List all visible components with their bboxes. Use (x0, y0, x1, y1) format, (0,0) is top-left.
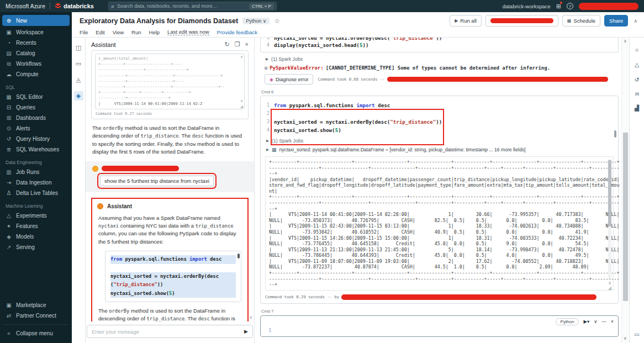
revision-history-icon[interactable]: ↺ (635, 76, 640, 83)
sidebar-item-delta-live-tables[interactable]: ΔDelta Live Tables (0, 188, 72, 198)
menu-help[interactable]: Help (149, 29, 160, 35)
last-edit-status[interactable]: Last edit was now (167, 29, 209, 35)
scrollbar-thumb[interactable] (623, 133, 628, 301)
query-history-icon: ↺ (6, 136, 12, 142)
menu-view[interactable]: View (113, 29, 124, 35)
sidebar-item-label: Marketplace (16, 302, 46, 308)
sidebar-item-experiments[interactable]: △Experiments (0, 210, 72, 221)
run-cell-button[interactable]: ▶▾ (583, 319, 589, 324)
sidebar-item-compute[interactable]: ☁Compute (0, 69, 72, 80)
sidebar-item-new[interactable]: ⊕New (2, 15, 70, 26)
table-of-contents-icon[interactable]: ◫ (74, 43, 83, 52)
scrollbar-down-arrow-icon[interactable]: ∨ (624, 336, 627, 341)
workspace-icon: ▣ (6, 29, 12, 35)
environment-panel-icon[interactable]: ▟ (635, 104, 639, 111)
spark-jobs-toggle-1[interactable]: ▶ (1) Spark Jobs (266, 56, 619, 62)
main-scrollbar[interactable]: ∧ ∨ (621, 38, 629, 343)
sidebar-collapse-menu[interactable]: « Collapse menu (0, 328, 72, 339)
global-search[interactable]: ⌕ CTRL + P (108, 2, 277, 10)
redacted-user-account (579, 3, 638, 10)
close-icon[interactable]: × (245, 41, 249, 48)
search-input[interactable] (117, 3, 246, 9)
assistant-output-block[interactable]: s_amount|total_amount| +----------+-----… (95, 54, 245, 109)
provide-feedback-link[interactable]: Provide feedback (217, 29, 257, 35)
redacted-cluster-selector[interactable] (485, 15, 558, 27)
terminal-panel-icon[interactable]: ▭ (634, 331, 639, 337)
share-button[interactable]: Share (604, 15, 628, 27)
sidebar-item-alerts[interactable]: ⊙Alerts (0, 123, 72, 134)
sidebar-spacer (0, 252, 72, 300)
databricks-logo[interactable]: databricks (55, 3, 94, 9)
variable-explorer-icon[interactable]: (x) (635, 91, 638, 96)
cell6-scrollbar-thumb[interactable] (614, 130, 616, 138)
code-line: 3nyctaxi_sorted = nyctaxi.orderBy(desc('… (261, 38, 618, 41)
output-scroll-down-icon[interactable]: ∨ (608, 281, 611, 286)
cell-5-code: 3nyctaxi_sorted = nyctaxi.orderBy(desc('… (261, 38, 618, 49)
assistant-input-field[interactable] (92, 329, 244, 335)
scrollbar-up-arrow-icon[interactable]: ∧ (624, 39, 627, 44)
sidebar-item-recents[interactable]: ◔Recents (0, 38, 72, 48)
catalog-icon: ▤ (6, 50, 12, 56)
menu-edit[interactable]: Edit (96, 29, 104, 35)
favorite-star-icon[interactable]: ☆ (274, 17, 280, 25)
resize-handle-icon[interactable]: ◢ (240, 104, 243, 109)
notifications-icon[interactable]: ⊞ (556, 3, 561, 10)
cell-6-output[interactable]: +---------+-------------------+---------… (265, 156, 614, 291)
assistant-code-block[interactable]: from pyspark.sql.functions import desc n… (105, 251, 241, 302)
panel-scroll-down-icon[interactable]: ∨ (249, 315, 252, 320)
sidebar-item-workflows[interactable]: ⧉Workflows (0, 59, 72, 69)
folder-icon[interactable]: ▭ (74, 59, 83, 68)
menu-file[interactable]: File (80, 29, 88, 35)
assistant-panel-icon[interactable]: ◈ (74, 91, 83, 101)
dataframe-summary-row[interactable]: ▶ ▦ nyctaxi_sorted: pyspark.sql.datafram… (266, 147, 618, 152)
cell-5-partial[interactable]: 3nyctaxi_sorted = nyctaxi.orderBy(desc('… (260, 38, 619, 52)
assistant-message-input[interactable]: ▶ (87, 325, 253, 338)
comments-icon[interactable]: ○ (635, 46, 638, 53)
run-all-button[interactable]: ▶Run all (450, 15, 482, 27)
diagnose-error-button[interactable]: ◈ Diagnose error (265, 74, 313, 85)
scroll-up-icon[interactable]: ∧ (240, 55, 243, 59)
sidebar-item-query-history[interactable]: ↺Query History (0, 134, 72, 144)
menu-run[interactable]: Run (131, 29, 141, 35)
calendar-icon: ▦ (567, 18, 572, 23)
catalog-panel-icon[interactable]: ◬ (74, 75, 83, 85)
cell-6[interactable]: 1from pyspark.sql.functions import desc2… (260, 96, 619, 304)
mlflow-experiments-icon[interactable]: △ (635, 61, 639, 68)
help-icon[interactable]: ? (567, 3, 573, 9)
refresh-icon[interactable]: ↻ (224, 41, 229, 48)
cell-7[interactable]: Python ▶▾ ∨ — × 1 (260, 315, 619, 337)
sidebar-item-queries[interactable]: ⊟Queries (0, 102, 72, 113)
sidebar-item-marketplace[interactable]: ▣Marketplace (0, 300, 72, 310)
expand-icon[interactable]: ❒ (235, 41, 240, 48)
sidebar-item-partner-connect[interactable]: ⇄Partner Connect (0, 310, 72, 321)
notebook-language-selector[interactable]: Python ∨ (242, 18, 270, 24)
sidebar-item-dashboards[interactable]: ⊞Dashboards (0, 113, 72, 123)
triangle-right-icon: ▶ (266, 57, 268, 61)
cell-language-pill[interactable]: Python (556, 318, 579, 325)
sidebar-item-sql-editor[interactable]: ▦SQL Editor (0, 92, 72, 102)
sidebar-item-job-runs[interactable]: ▥Job Runs (0, 167, 72, 177)
sidebar-item-catalog[interactable]: ▤Catalog (0, 48, 72, 59)
sidebar-item-label: Dashboards (16, 115, 46, 121)
sidebar-item-label: Features (16, 223, 38, 229)
sidebar-item-models[interactable]: ◈Models (0, 231, 72, 242)
sidebar-item-serving[interactable]: ↗Serving (0, 242, 72, 252)
sidebar-item-sql-warehouses[interactable]: ≣SQL Warehouses (0, 144, 72, 155)
code-scrollbar-thumb[interactable] (237, 254, 240, 258)
scroll-down-icon[interactable]: ∨ (240, 99, 243, 103)
send-message-icon[interactable]: ▶ (244, 329, 248, 334)
workspace-name[interactable]: databrick-workspace (503, 3, 551, 9)
collapse-header-chevron-icon[interactable]: ∧ (634, 18, 637, 24)
sidebar-item-data-ingestion[interactable]: ⇥Data Ingestion (0, 177, 72, 188)
output-scrollbar-thumb[interactable] (608, 160, 611, 226)
sidebar-item-workspace[interactable]: ▣Workspace (0, 27, 72, 38)
output-resize-handle-icon[interactable]: ◢ (608, 286, 611, 291)
minimize-cell-button[interactable]: — (602, 319, 607, 324)
sidebar-item-features[interactable]: ✦Features (0, 221, 72, 231)
output-scrollbar[interactable] (608, 159, 611, 279)
delete-cell-button[interactable]: × (611, 319, 614, 324)
cell-6-code[interactable]: 1from pyspark.sql.functions import desc2… (261, 100, 618, 134)
schedule-button[interactable]: ▦Schedule (562, 15, 600, 27)
spark-jobs-toggle-2[interactable]: ▶ (1) Spark Jobs (266, 138, 618, 144)
collapse-cell-button[interactable]: ∨ (594, 319, 597, 324)
